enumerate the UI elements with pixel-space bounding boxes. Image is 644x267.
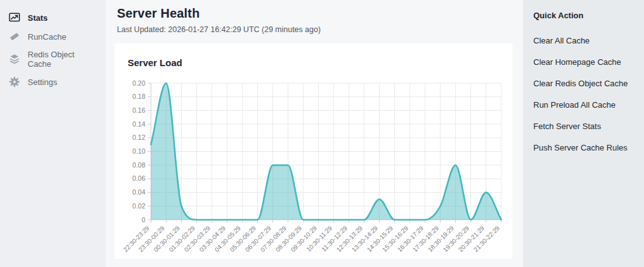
- sidebar-item-label: RunCache: [28, 32, 66, 42]
- layers-icon: [9, 54, 20, 65]
- svg-text:0.20: 0.20: [133, 79, 146, 87]
- server-load-card: Server Load 00.020.040.060.080.100.120.1…: [114, 43, 513, 259]
- chart-axis-labels: 00.020.040.060.080.100.120.140.160.180.2…: [122, 79, 501, 254]
- quick-action-clear-redis-object-cache[interactable]: Clear Redis Object Cache: [533, 79, 638, 88]
- main-content: Server Health Last Updated: 2026-01-27 1…: [106, 0, 523, 267]
- gear-icon: [9, 76, 20, 88]
- quick-action-clear-all-cache[interactable]: Clear All Cache: [533, 36, 638, 45]
- svg-text:0.10: 0.10: [133, 147, 146, 155]
- quick-action-fetch-server-stats[interactable]: Fetch Server Stats: [533, 122, 638, 131]
- sidebar-item-settings[interactable]: Settings: [0, 72, 106, 91]
- page-title: Server Health: [117, 6, 523, 21]
- svg-text:0.18: 0.18: [133, 93, 146, 100]
- chart-title: Server Load: [128, 57, 182, 68]
- svg-text:0.08: 0.08: [133, 161, 146, 169]
- sidebar-nav: StatsRunCacheRedis Object CacheSettings: [0, 8, 106, 91]
- stats-chart-icon: [9, 12, 20, 23]
- server-load-chart: 00.020.040.060.080.100.120.140.160.180.2…: [114, 43, 513, 259]
- quick-actions-title: Quick Action: [533, 11, 638, 20]
- sidebar-item-redis-object-cache[interactable]: Redis Object Cache: [0, 46, 106, 72]
- quick-action-clear-homepage-cache[interactable]: Clear Homepage Cache: [533, 57, 638, 67]
- sidebar-item-label: Redis Object Cache: [28, 50, 97, 69]
- svg-text:0.14: 0.14: [133, 120, 146, 128]
- sidebar-item-stats[interactable]: Stats: [0, 8, 106, 27]
- sidebar-item-label: Stats: [28, 13, 48, 23]
- eraser-icon: [9, 31, 20, 42]
- svg-text:0.04: 0.04: [133, 188, 146, 196]
- quick-action-run-preload-all-cache[interactable]: Run Preload All Cache: [533, 100, 638, 110]
- svg-text:0.06: 0.06: [133, 174, 146, 182]
- svg-text:0.16: 0.16: [133, 106, 146, 114]
- left-sidebar: StatsRunCacheRedis Object CacheSettings: [0, 0, 106, 267]
- quick-actions-panel: Quick Action Clear All CacheClear Homepa…: [523, 0, 644, 267]
- quick-action-push-server-cache-rules[interactable]: Push Server Cache Rules: [533, 143, 638, 152]
- quick-actions-list: Clear All CacheClear Homepage CacheClear…: [533, 36, 638, 152]
- last-updated-text: Last Updated: 2026-01-27 16:42:29 UTC (2…: [117, 25, 523, 34]
- svg-text:0.12: 0.12: [133, 134, 146, 141]
- sidebar-item-label: Settings: [28, 77, 57, 87]
- svg-text:0.02: 0.02: [133, 202, 146, 210]
- svg-text:0: 0: [142, 216, 145, 224]
- sidebar-item-runcache[interactable]: RunCache: [0, 27, 106, 46]
